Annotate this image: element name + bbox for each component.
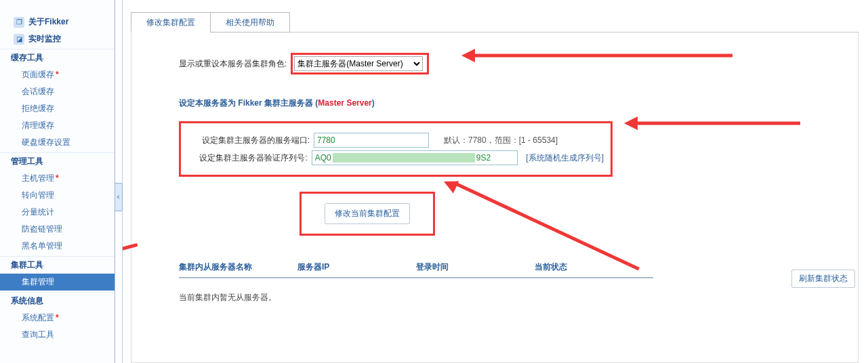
port-input[interactable] bbox=[314, 133, 429, 148]
submit-highlight-box: 修改当前集群配置 bbox=[299, 192, 435, 236]
serial-redacted bbox=[333, 153, 475, 163]
main: 修改集群配置 相关使用帮助 显示或重设本服务器集群角色: 集群主服务器(Mast… bbox=[123, 0, 868, 363]
submit-button[interactable]: 修改当前集群配置 bbox=[325, 203, 410, 224]
port-label: 设定集群主服务器的服务端口: bbox=[188, 135, 310, 146]
master-form-box: 设定集群主服务器的服务端口: 默认：7780，范围：[1 - 65534] 设定… bbox=[179, 121, 613, 177]
sidebar-item-clear-cache[interactable]: 清理缓存 bbox=[0, 117, 115, 134]
tab-help[interactable]: 相关使用帮助 bbox=[210, 12, 290, 33]
sidebar-item-disk-cache[interactable]: 硬盘缓存设置 bbox=[0, 134, 115, 151]
sidebar-top-label: 关于Fikker bbox=[28, 14, 68, 30]
splitter[interactable]: < bbox=[115, 0, 123, 363]
star-icon: * bbox=[56, 170, 59, 187]
sidebar-section-system: 系统信息 bbox=[0, 292, 115, 309]
serial-suffix: 9S2 bbox=[476, 151, 491, 165]
sidebar-item-cluster-manage[interactable]: 集群管理 bbox=[0, 274, 115, 291]
slave-table-empty: 当前集群内暂无从服务器。 bbox=[179, 292, 810, 303]
sidebar-item-label: 主机管理 bbox=[22, 170, 54, 187]
sidebar-item-query-tool[interactable]: 查询工具 bbox=[0, 326, 115, 343]
sidebar-item-blacklist[interactable]: 黑名单管理 bbox=[0, 238, 115, 255]
star-icon: * bbox=[56, 309, 59, 326]
sidebar-top-monitor[interactable]: ◪ 实时监控 bbox=[0, 30, 115, 47]
sidebar-item-antileech[interactable]: 防盗链管理 bbox=[0, 221, 115, 238]
role-row: 显示或重设本服务器集群角色: 集群主服务器(Master Server) bbox=[179, 53, 810, 74]
sidebar-section-manage: 管理工具 bbox=[0, 152, 115, 170]
cluster-config-panel: 显示或重设本服务器集群角色: 集群主服务器(Master Server) 设定本… bbox=[131, 33, 859, 363]
master-server-subtitle: 设定本服务器为 Fikker 集群主服务器 (Master Server) bbox=[179, 98, 810, 109]
monitor-icon: ◪ bbox=[14, 34, 24, 45]
star-icon: * bbox=[56, 66, 59, 83]
col-status: 当前状态 bbox=[535, 261, 653, 273]
role-select[interactable]: 集群主服务器(Master Server) bbox=[294, 56, 423, 71]
sidebar-item-weight-stats[interactable]: 分量统计 bbox=[0, 204, 115, 221]
serial-label: 设定集群主服务器验证序列号: bbox=[188, 152, 308, 164]
sidebar-item-system-config[interactable]: 系统配置* bbox=[0, 309, 115, 326]
subtitle-suffix: ) bbox=[372, 98, 375, 108]
subtitle-prefix: 设定本服务器为 Fikker 集群主服务器 ( bbox=[179, 98, 318, 108]
role-highlight-box: 集群主服务器(Master Server) bbox=[291, 53, 429, 74]
serial-prefix: AQ0 bbox=[315, 151, 331, 165]
subtitle-master: Master Server bbox=[318, 98, 371, 108]
refresh-button[interactable]: 刷新集群状态 bbox=[791, 270, 855, 288]
about-icon: ❐ bbox=[14, 17, 24, 28]
sidebar-item-session-cache[interactable]: 会话缓存 bbox=[0, 83, 115, 100]
sidebar-item-deny-cache[interactable]: 拒绝缓存 bbox=[0, 100, 115, 117]
sidebar-item-page-cache[interactable]: 页面缓存* bbox=[0, 66, 115, 83]
sidebar-item-label: 页面缓存 bbox=[22, 66, 54, 83]
sidebar-item-label: 系统配置 bbox=[22, 309, 54, 326]
col-slave-ip: 服务器IP bbox=[297, 261, 416, 273]
splitter-handle[interactable]: < bbox=[115, 183, 123, 211]
generate-serial-link[interactable]: [系统随机生成序列号] bbox=[526, 152, 604, 164]
role-label: 显示或重设本服务器集群角色: bbox=[179, 58, 287, 70]
sidebar-section-cache: 缓存工具 bbox=[0, 49, 115, 66]
tab-edit-cluster[interactable]: 修改集群配置 bbox=[131, 12, 211, 33]
sidebar-item-redirect[interactable]: 转向管理 bbox=[0, 187, 115, 204]
sidebar-top-label: 实时监控 bbox=[28, 30, 61, 47]
sidebar-section-cluster: 集群工具 bbox=[0, 256, 115, 274]
port-row: 设定集群主服务器的服务端口: 默认：7780，范围：[1 - 65534] bbox=[188, 133, 604, 148]
tab-bar: 修改集群配置 相关使用帮助 bbox=[131, 12, 290, 33]
serial-input[interactable]: AQ0 9S2 bbox=[312, 150, 518, 165]
port-hint: 默认：7780，范围：[1 - 65534] bbox=[444, 135, 558, 146]
col-login-time: 登录时间 bbox=[416, 261, 535, 273]
sidebar-item-host-manage[interactable]: 主机管理* bbox=[0, 170, 115, 187]
serial-row: 设定集群主服务器验证序列号: AQ0 9S2 [系统随机生成序列号] bbox=[188, 150, 604, 165]
col-slave-name: 集群内从服务器名称 bbox=[179, 261, 297, 273]
sidebar-top-about[interactable]: ❐ 关于Fikker bbox=[0, 14, 115, 30]
slave-table-header: 集群内从服务器名称 服务器IP 登录时间 当前状态 bbox=[179, 261, 653, 278]
sidebar: ❐ 关于Fikker ◪ 实时监控 缓存工具 页面缓存* 会话缓存 拒绝缓存 清… bbox=[0, 0, 115, 363]
refresh-wrap: 刷新集群状态 bbox=[791, 270, 855, 288]
